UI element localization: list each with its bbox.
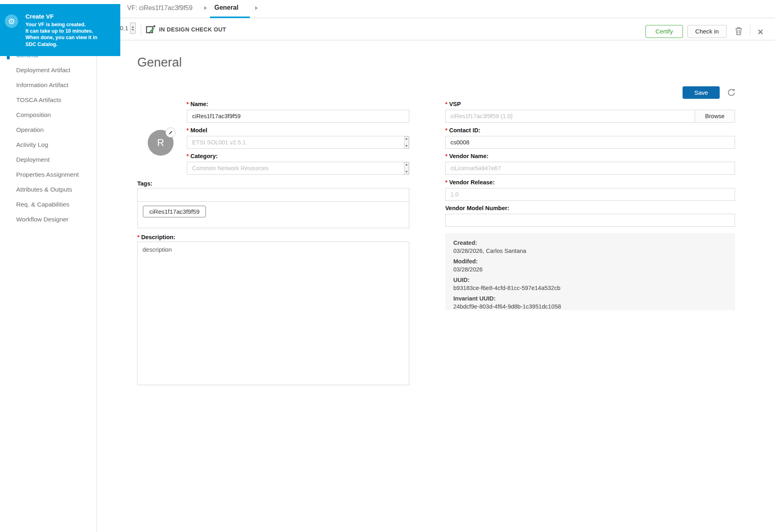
tags-input[interactable] (138, 188, 409, 202)
contact-id-label: *Contact ID: (445, 127, 480, 134)
lifecycle-status-text: IN DESIGN CHECK OUT (159, 26, 226, 33)
stepper-up-icon[interactable] (132, 26, 134, 28)
vendor-model-number-input[interactable] (445, 214, 735, 227)
sdc-vf-editor-screen: VF: ciRes1f17ac3f9f59 General V0.1 IN DE… (0, 0, 775, 532)
modified-label: Modifed: (453, 257, 735, 265)
uuid-label: UUID: (453, 276, 735, 284)
vendor-release-label: *Vendor Release: (445, 179, 494, 186)
toast-message: Your VF is being created. It can take up… (25, 21, 97, 48)
model-label: *Model (186, 127, 207, 134)
breadcrumb-vf[interactable]: VF: ciRes1f17ac3f9f59 (127, 4, 193, 12)
model-select-spinner[interactable] (404, 136, 409, 148)
sidebar-item-activity-log[interactable]: Activity Log (0, 137, 96, 152)
sidebar-item-deployment-artifact[interactable]: Deployment Artifact (0, 63, 96, 77)
created-value: 03/28/2026, Carlos Santana (453, 247, 735, 255)
avatar-letter: R (157, 137, 164, 148)
sidebar-item-information-artifact[interactable]: Information Artifact (0, 77, 96, 92)
revert-refresh-icon[interactable] (727, 88, 736, 98)
avatar[interactable]: R (148, 130, 174, 156)
category-select-spinner[interactable] (404, 162, 409, 174)
name-label: *Name: (186, 101, 208, 107)
sidebar-item-composition[interactable]: Composition (0, 107, 96, 122)
breadcrumb-arrow-icon (255, 6, 258, 10)
uuid-value: b93183ce-f6e8-4cfd-81cc-597e14a532cb (453, 284, 735, 292)
category-label: *Category: (186, 153, 218, 159)
sidebar-item-workflow-designer[interactable]: Workflow Designer (0, 212, 96, 227)
close-icon[interactable]: ✕ (757, 27, 764, 37)
tag-chip: ciRes1f17ac3f9f59 (143, 206, 206, 217)
breadcrumb-arrow-icon (204, 6, 207, 10)
vendor-name-label: *Vendor Name: (445, 153, 488, 159)
tags-label: Tags: (137, 180, 153, 187)
created-label: Created: (453, 239, 735, 247)
create-vf-toast: ⚙ Create VF Your VF is being created. It… (0, 4, 120, 56)
toast-title: Create VF (25, 13, 54, 20)
delete-trash-icon[interactable] (735, 27, 743, 37)
invariant-uuid-value: 24bdcf9e-803d-4f64-9d8b-1c3951dc1058 (453, 303, 735, 311)
invariant-uuid-label: Invariant UUID: (453, 294, 735, 303)
vsp-label: *VSP (445, 101, 461, 107)
save-button[interactable]: Save (683, 86, 720, 99)
metadata-panel: Created: 03/28/2026, Carlos Santana Modi… (445, 233, 735, 310)
vendor-name-input[interactable] (445, 162, 735, 175)
tags-container: ciRes1f17ac3f9f59 (137, 188, 409, 228)
checkout-pencil-icon (145, 24, 156, 36)
sidebar-item-req-capabilities[interactable]: Req. & Capabilities (0, 197, 96, 212)
description-label: *Description: (137, 234, 175, 240)
toolbar-divider (141, 24, 141, 35)
model-select[interactable] (187, 136, 409, 149)
name-input[interactable] (187, 110, 409, 123)
sidebar-item-properties-assignment[interactable]: Properties Assignment (0, 167, 96, 182)
check-in-button[interactable]: Check in (687, 25, 727, 38)
certify-button[interactable]: Certify (645, 25, 683, 38)
stepper-down-icon[interactable] (132, 29, 134, 31)
version-stepper[interactable] (130, 23, 136, 34)
vendor-release-input[interactable] (445, 188, 735, 201)
sidebar-menu: General Deployment Artifact Information … (0, 40, 97, 532)
description-textarea[interactable]: description (137, 242, 409, 385)
sidebar-item-tosca-artifacts[interactable]: TOSCA Artifacts (0, 92, 96, 107)
page-title: General (137, 55, 182, 70)
toolbar-divider (750, 24, 750, 35)
category-select[interactable] (187, 162, 409, 175)
modified-value: 03/28/2026 (453, 265, 735, 273)
gear-icon: ⚙ (5, 15, 18, 28)
vsp-input[interactable] (445, 110, 695, 123)
browse-button[interactable]: Browse (695, 110, 735, 123)
sidebar-item-attributes-outputs[interactable]: Attributes & Outputs (0, 182, 96, 197)
contact-id-input[interactable] (445, 136, 735, 149)
tab-general[interactable]: General (214, 4, 239, 11)
sidebar-item-deployment[interactable]: Deployment (0, 152, 96, 167)
edit-pencil-icon[interactable] (165, 127, 176, 138)
vendor-model-number-label: Vendor Model Number: (445, 205, 509, 211)
sidebar-item-operation[interactable]: Operation (0, 122, 96, 137)
